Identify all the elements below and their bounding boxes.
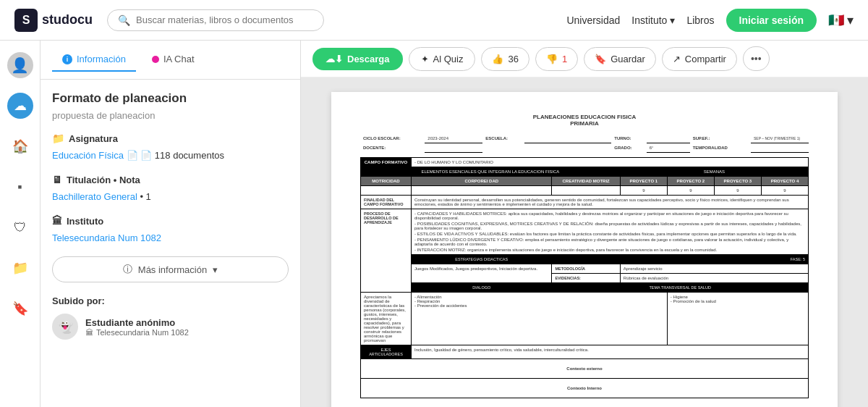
search-bar[interactable]: 🔍	[107, 9, 324, 31]
logo-text: studocu	[42, 12, 93, 28]
uploaded-by-label: Subido por:	[52, 295, 289, 306]
shield-icon[interactable]: 🛡	[7, 214, 33, 240]
cloud-icon[interactable]: ☁	[7, 93, 33, 119]
logo[interactable]: S studocu	[14, 9, 93, 32]
doc-badge: 📄 📄 118 documentos	[127, 150, 224, 161]
search-input[interactable]	[136, 14, 295, 25]
nav-universidad[interactable]: Universidad	[566, 14, 620, 26]
more-info-button[interactable]: ⓘ Más información ▾	[52, 256, 289, 282]
building-icon: 🏛	[52, 215, 62, 227]
doc-subtitle: propuesta de planeacion	[52, 110, 289, 121]
signin-button[interactable]: Iniciar sesión	[726, 9, 817, 32]
home-icon[interactable]: 🏠	[7, 133, 33, 159]
save-button[interactable]: 🔖 Guardar	[584, 47, 656, 71]
logo-icon: S	[14, 9, 38, 32]
thumbs-down-icon: 👎	[546, 54, 558, 64]
ghost-icon: 👻	[57, 319, 73, 335]
doc-viewer[interactable]: PLANEACIONES EDUCACION FISICA PRIMARIA C…	[301, 77, 868, 407]
bookmark-icon[interactable]: 🔖	[7, 295, 33, 322]
tab-bar: i Información IA Chat	[41, 41, 300, 80]
dislike-button[interactable]: 👎 1	[535, 47, 578, 71]
bookmark-save-icon: 🔖	[595, 54, 606, 64]
share-button[interactable]: ↗ Compartir	[662, 47, 737, 71]
asignatura-link[interactable]: Educación Física	[52, 150, 124, 161]
chevron-more-icon: ▾	[213, 264, 218, 275]
nav-instituto[interactable]: Instituto ▾	[631, 14, 675, 26]
action-toolbar: ☁⬇ Descarga ✦ Al Quiz 👍 36 👎 1 🔖 Guardar…	[301, 41, 868, 77]
ia-dot	[152, 56, 159, 63]
header: S studocu 🔍 Universidad Instituto ▾ Libr…	[0, 0, 868, 41]
doc-title: Formato de planeacion	[52, 91, 289, 106]
info-content: Formato de planeacion propuesta de plane…	[41, 80, 300, 351]
instituto-label: 🏛 Instituto	[52, 215, 289, 227]
share-icon: ↗	[673, 54, 681, 64]
download-button[interactable]: ☁⬇ Descarga	[312, 48, 403, 70]
nav-libros[interactable]: Libros	[686, 14, 714, 26]
doc-header-table: CICLO ESCOLAR: 2023-2024 ESCUELA: TURNO:…	[360, 134, 809, 153]
section-titulacion: 🖥 Titulación • Nota Bachillerato General…	[52, 174, 289, 202]
uploader-info: Estudiante anónimo 🏛 Telesecundaria Num …	[85, 317, 189, 337]
doc-page: PLANEACIONES EDUCACION FISICA PRIMARIA C…	[331, 92, 838, 407]
chevron-down-icon: ▾	[670, 14, 675, 26]
tab-ia-chat[interactable]: IA Chat	[142, 48, 205, 72]
flag-chevron: ▾	[847, 12, 854, 28]
more-options-button[interactable]: •••	[743, 46, 770, 71]
main-content: i Información IA Chat Formato de planeac…	[41, 41, 868, 407]
uploader-avatar: 👻	[52, 314, 78, 340]
titulacion-label: 🖥 Titulación • Nota	[52, 174, 289, 185]
layers-icon[interactable]: ▪	[7, 174, 33, 200]
like-button[interactable]: 👍 36	[481, 47, 529, 71]
left-sidebar: 👤 ☁ 🏠 ▪ 🛡 📁 🔖	[0, 41, 41, 407]
section-asignatura: 📁 Asignatura Educación Física 📄 📄 118 do…	[52, 133, 289, 161]
download-icon: ☁⬇	[326, 54, 343, 64]
section-instituto: 🏛 Instituto Telesecundaria Num 1082	[52, 215, 289, 243]
flag-selector[interactable]: 🇲🇽 ▾	[828, 12, 854, 28]
info-circle-icon: ⓘ	[123, 263, 132, 276]
quiz-button[interactable]: ✦ Al Quiz	[409, 47, 476, 71]
uploader-school: 🏛 Telesecundaria Num 1082	[85, 328, 189, 337]
search-icon: 🔍	[118, 14, 130, 26]
school-icon: 🏛	[85, 328, 93, 337]
asignatura-label: 📁 Asignatura	[52, 133, 289, 144]
info-icon: i	[62, 54, 72, 64]
doc-main-table: CAMPO FORMATIVO - DE LO HUMANO Y LO COMU…	[360, 157, 809, 398]
titulacion-link[interactable]: Bachillerato General	[52, 191, 137, 202]
tab-information[interactable]: i Información	[52, 48, 136, 72]
folder-section-icon: 📁	[52, 133, 64, 144]
quiz-icon: ✦	[421, 54, 429, 64]
nav-links: Universidad Instituto ▾ Libros Iniciar s…	[566, 9, 854, 32]
folder-icon[interactable]: 📁	[7, 255, 33, 281]
info-panel: i Información IA Chat Formato de planeac…	[41, 41, 301, 407]
flag-icon: 🇲🇽	[828, 12, 844, 28]
instituto-link[interactable]: Telesecundaria Num 1082	[52, 232, 161, 243]
titulacion-badge: • 1	[140, 191, 150, 202]
uploader-name: Estudiante anónimo	[85, 317, 189, 328]
user-card: 👻 Estudiante anónimo 🏛 Telesecundaria Nu…	[52, 314, 289, 340]
monitor-icon: 🖥	[52, 174, 62, 185]
thumbs-up-icon: 👍	[492, 54, 503, 64]
user-avatar-icon[interactable]: 👤	[7, 52, 33, 78]
doc-page-title: PLANEACIONES EDUCACION FISICA PRIMARIA	[360, 114, 809, 127]
